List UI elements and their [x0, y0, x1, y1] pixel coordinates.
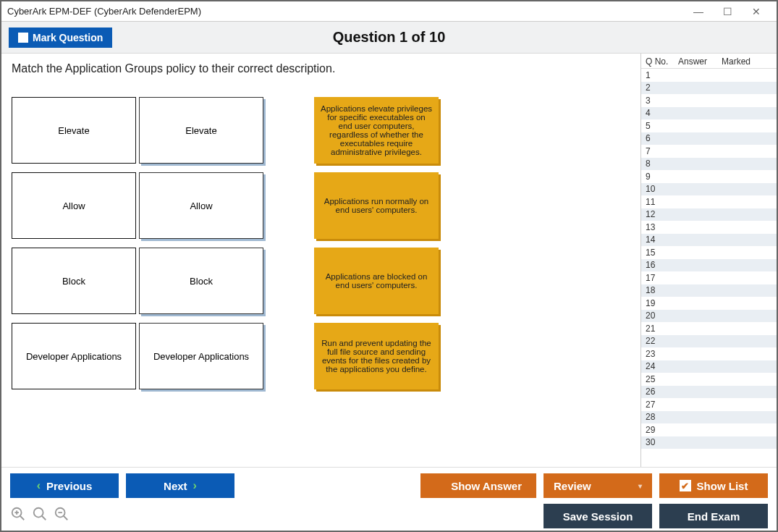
- match-row: Developer Applications Developer Applica…: [12, 323, 630, 389]
- zoom-controls: [10, 506, 69, 526]
- source-card[interactable]: Allow: [12, 172, 136, 239]
- question-nav-panel: Q No. Answer Marked 12345678910111213141…: [640, 54, 777, 467]
- nav-row[interactable]: 30: [641, 436, 777, 449]
- end-exam-label: End Exam: [688, 510, 740, 523]
- source-card[interactable]: Block: [12, 248, 136, 314]
- nav-row[interactable]: 25: [641, 373, 777, 386]
- svg-point-4: [34, 508, 43, 518]
- description-card: Run and prevent updating the full file s…: [314, 323, 439, 389]
- dropped-card[interactable]: Elevate: [139, 97, 263, 164]
- nav-header: Q No. Answer Marked: [641, 54, 777, 68]
- show-list-button[interactable]: ✔ Show List: [659, 473, 768, 498]
- checkbox-empty-icon: [435, 481, 445, 491]
- zoom-out-icon[interactable]: [54, 506, 69, 526]
- nav-row[interactable]: 21: [641, 322, 777, 335]
- nav-row[interactable]: 1: [641, 69, 777, 82]
- previous-label: Previous: [46, 480, 92, 492]
- chevron-right-icon: ›: [193, 480, 197, 491]
- match-row: Block Block Applications are blocked on …: [12, 248, 630, 314]
- nav-col-qno: Q No.: [646, 56, 678, 67]
- nav-row[interactable]: 3: [641, 94, 777, 107]
- svg-line-5: [42, 516, 46, 520]
- nav-row[interactable]: 18: [641, 284, 777, 297]
- nav-row[interactable]: 9: [641, 170, 777, 183]
- dropped-card[interactable]: Developer Applications: [139, 323, 263, 389]
- save-session-button[interactable]: Save Session: [544, 504, 652, 528]
- nav-row[interactable]: 22: [641, 335, 777, 348]
- mark-label: Mark Question: [33, 32, 103, 43]
- titlebar: CyberArk EPM-DEF (CyberArk DefenderEPM) …: [1, 1, 777, 22]
- question-scroll[interactable]: Match the Application Groups policy to t…: [1, 54, 640, 467]
- next-button[interactable]: Next ›: [126, 473, 234, 498]
- topbar: Mark Question Question 1 of 10: [1, 22, 777, 54]
- nav-row[interactable]: 8: [641, 158, 777, 171]
- review-label: Review: [554, 480, 591, 492]
- svg-line-1: [20, 516, 25, 520]
- dropped-card[interactable]: Block: [139, 248, 263, 314]
- nav-row[interactable]: 20: [641, 310, 777, 323]
- match-row: Elevate Elevate Applications elevate pri…: [12, 97, 630, 164]
- button-row-1: ‹ Previous Next › Show Answer Review ▾ ✔…: [10, 473, 768, 498]
- nav-row[interactable]: 16: [641, 259, 777, 272]
- nav-row[interactable]: 23: [641, 347, 777, 360]
- question-area: Match the Application Groups policy to t…: [1, 54, 640, 467]
- nav-row[interactable]: 15: [641, 246, 777, 259]
- svg-line-7: [64, 516, 68, 520]
- nav-row[interactable]: 26: [641, 386, 777, 399]
- zoom-reset-icon[interactable]: [32, 506, 48, 526]
- app-window: CyberArk EPM-DEF (CyberArk DefenderEPM) …: [0, 0, 778, 532]
- nav-row[interactable]: 13: [641, 221, 777, 234]
- button-row-2: Save Session End Exam: [10, 504, 768, 528]
- chevron-down-icon: ▾: [638, 482, 642, 490]
- dropped-card[interactable]: Allow: [139, 172, 263, 239]
- nav-row[interactable]: 27: [641, 398, 777, 411]
- window-title: CyberArk EPM-DEF (CyberArk DefenderEPM): [7, 6, 201, 17]
- zoom-in-icon[interactable]: [10, 506, 26, 526]
- nav-list[interactable]: 1234567891011121314151617181920212223242…: [641, 68, 777, 467]
- close-button[interactable]: ✕: [742, 4, 771, 19]
- description-card: Applications run normally on end users' …: [314, 172, 439, 239]
- maximize-button[interactable]: ☐: [713, 4, 742, 19]
- nav-col-answer: Answer: [678, 56, 722, 67]
- chevron-left-icon: ‹: [37, 480, 41, 491]
- nav-row[interactable]: 14: [641, 234, 777, 247]
- minimize-button[interactable]: —: [684, 4, 713, 19]
- next-label: Next: [164, 480, 187, 492]
- bottombar: ‹ Previous Next › Show Answer Review ▾ ✔…: [1, 467, 777, 531]
- source-card[interactable]: Developer Applications: [12, 323, 136, 389]
- match-row: Allow Allow Applications run normally on…: [12, 172, 630, 239]
- nav-row[interactable]: 17: [641, 271, 777, 284]
- nav-row[interactable]: 6: [641, 132, 777, 145]
- question-counter: Question 1 of 10: [1, 29, 777, 46]
- nav-row[interactable]: 12: [641, 208, 777, 221]
- nav-row[interactable]: 4: [641, 107, 777, 120]
- show-list-label: Show List: [697, 480, 748, 492]
- end-exam-button[interactable]: End Exam: [659, 504, 768, 528]
- description-card: Applications are blocked on end users' c…: [314, 248, 439, 314]
- nav-row[interactable]: 10: [641, 183, 777, 196]
- question-prompt: Match the Application Groups policy to t…: [12, 62, 630, 75]
- nav-col-marked: Marked: [722, 56, 772, 67]
- source-card[interactable]: Elevate: [12, 97, 136, 164]
- nav-row[interactable]: 5: [641, 119, 777, 132]
- nav-row[interactable]: 29: [641, 423, 777, 436]
- checkbox-checked-icon: ✔: [680, 480, 691, 491]
- previous-button[interactable]: ‹ Previous: [10, 473, 119, 498]
- mark-question-button[interactable]: Mark Question: [9, 28, 112, 48]
- nav-row[interactable]: 28: [641, 411, 777, 424]
- nav-row[interactable]: 2: [641, 82, 777, 95]
- description-card: Applications elevate privileges for spec…: [314, 97, 439, 164]
- show-answer-button[interactable]: Show Answer: [420, 473, 536, 498]
- nav-row[interactable]: 24: [641, 360, 777, 373]
- review-dropdown[interactable]: Review ▾: [544, 473, 652, 498]
- checkbox-empty-icon: [18, 33, 28, 43]
- save-session-label: Save Session: [563, 510, 633, 523]
- content-row: Match the Application Groups policy to t…: [1, 54, 777, 467]
- nav-row[interactable]: 11: [641, 195, 777, 208]
- nav-row[interactable]: 19: [641, 297, 777, 310]
- nav-row[interactable]: 7: [641, 145, 777, 158]
- show-answer-label: Show Answer: [451, 480, 522, 492]
